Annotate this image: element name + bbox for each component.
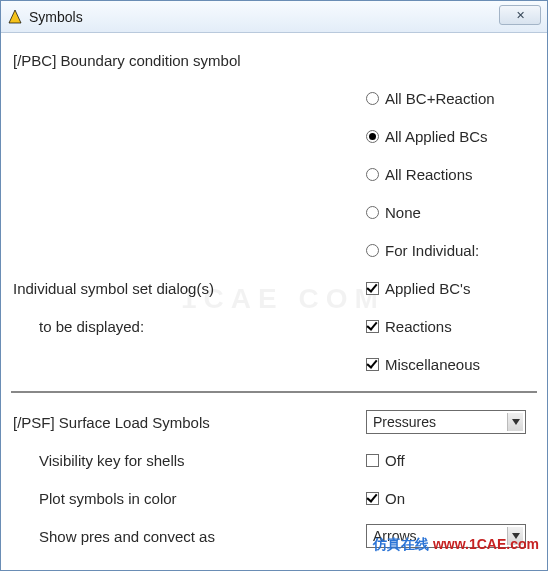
radio-none-label: None [385,204,421,221]
check-visibility-shells[interactable] [366,454,379,467]
close-icon: ✕ [516,9,525,22]
plot-color-label: Plot symbols in color [11,490,366,507]
visibility-label: Visibility key for shells [11,452,366,469]
radio-all-bc-reaction[interactable] [366,92,379,105]
check-reactions-label: Reactions [385,318,452,335]
page-watermark: 仿真在线 www.1CAE.com [373,536,539,554]
check-plot-color[interactable] [366,492,379,505]
radio-none[interactable] [366,206,379,219]
check-reactions[interactable] [366,320,379,333]
check-applied-bcs[interactable] [366,282,379,295]
titlebar: Symbols ✕ [1,1,547,33]
surface-load-select-value: Pressures [373,414,436,430]
radio-all-reactions-label: All Reactions [385,166,473,183]
individual-dialog-label-2: to be displayed: [11,318,366,335]
window-title: Symbols [29,9,83,25]
radio-all-applied-bcs[interactable] [366,130,379,143]
radio-all-bc-reaction-label: All BC+Reaction [385,90,495,107]
check-miscellaneous[interactable] [366,358,379,371]
check-visibility-shells-label: Off [385,452,405,469]
symbols-dialog: Symbols ✕ 1CAE COM [/PBC] Boundary condi… [0,0,548,571]
individual-dialog-label-1: Individual symbol set dialog(s) [11,280,366,297]
check-applied-bcs-label: Applied BC's [385,280,470,297]
svg-marker-0 [9,10,21,23]
radio-all-reactions[interactable] [366,168,379,181]
section-divider [11,391,537,393]
app-icon [7,9,23,25]
show-pres-label: Show pres and convect as [11,528,366,545]
check-miscellaneous-label: Miscellaneous [385,356,480,373]
radio-for-individual[interactable] [366,244,379,257]
check-plot-color-label: On [385,490,405,507]
section-pbc-heading: [/PBC] Boundary condition symbol [11,52,366,69]
close-button[interactable]: ✕ [499,5,541,25]
chevron-down-icon [507,413,523,431]
dialog-content: 1CAE COM [/PBC] Boundary condition symbo… [1,33,547,570]
watermark-url: www.1CAE.com [433,536,539,552]
surface-load-select[interactable]: Pressures [366,410,526,434]
svg-marker-1 [512,419,520,425]
radio-all-applied-bcs-label: All Applied BCs [385,128,488,145]
section-psf-heading: [/PSF] Surface Load Symbols [11,414,366,431]
radio-for-individual-label: For Individual: [385,242,479,259]
watermark-text-zh: 仿真在线 [373,536,429,552]
